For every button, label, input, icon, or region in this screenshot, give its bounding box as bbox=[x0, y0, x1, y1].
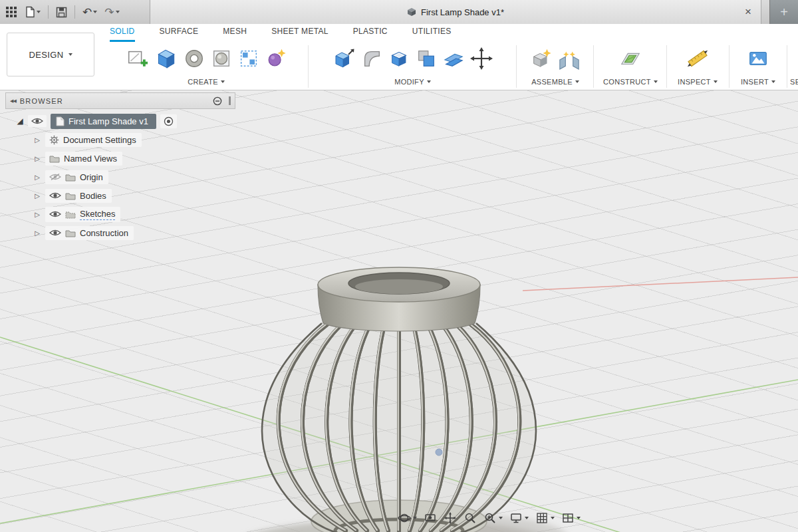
combine-button[interactable] bbox=[415, 47, 438, 72]
revolve-button[interactable] bbox=[183, 47, 205, 72]
group-label-create[interactable]: CREATE bbox=[188, 76, 225, 88]
minimize-panel-icon[interactable] bbox=[213, 96, 222, 106]
expand-arrow-icon[interactable]: ▷ bbox=[33, 192, 41, 200]
tab-plastic[interactable]: PLASTIC bbox=[353, 27, 388, 42]
tab-surface[interactable]: SURFACE bbox=[160, 27, 199, 42]
tab-solid[interactable]: SOLID bbox=[110, 27, 135, 42]
new-component-icon bbox=[530, 47, 553, 70]
browser-item-construction[interactable]: ▷ Construction bbox=[5, 223, 235, 242]
document-title: First Lamp Shade v1* bbox=[421, 7, 504, 17]
grid-snaps-button[interactable] bbox=[535, 511, 555, 525]
expand-arrow-icon[interactable]: ◢ bbox=[16, 116, 24, 126]
visibility-toggle[interactable] bbox=[28, 115, 47, 127]
lamp-shade-model bbox=[239, 259, 612, 532]
divider bbox=[308, 45, 309, 88]
save-button[interactable] bbox=[56, 7, 67, 18]
activate-component-radio[interactable] bbox=[160, 114, 177, 128]
pan-button[interactable] bbox=[444, 511, 457, 525]
root-component[interactable]: First Lamp Shade v1 bbox=[51, 114, 156, 129]
new-tab-button[interactable]: + bbox=[769, 0, 798, 24]
root-component-label: First Lamp Shade v1 bbox=[68, 116, 148, 126]
chevron-down-icon bbox=[714, 80, 718, 83]
expand-arrow-icon[interactable]: ▷ bbox=[33, 211, 41, 218]
group-label-inspect[interactable]: INSPECT bbox=[678, 76, 718, 88]
expand-arrow-icon[interactable]: ▷ bbox=[33, 136, 41, 144]
pan-icon bbox=[444, 511, 457, 525]
eye-icon[interactable] bbox=[49, 229, 61, 237]
close-tab-button[interactable]: × bbox=[743, 5, 753, 19]
eye-hidden-icon[interactable] bbox=[49, 173, 61, 181]
grid-icon bbox=[535, 511, 549, 525]
zoom-button[interactable] bbox=[464, 511, 477, 525]
redo-button[interactable]: ↷ bbox=[104, 7, 119, 18]
measure-button[interactable] bbox=[686, 47, 710, 72]
fusion-window: ↶ ↷ First Lamp Shade v1* × + DESIGN SOLI… bbox=[0, 0, 798, 532]
sketch-folder-icon bbox=[65, 210, 76, 219]
browser-item-origin[interactable]: ▷ Origin bbox=[5, 168, 235, 186]
chevron-down-icon bbox=[68, 53, 72, 56]
joint-button[interactable] bbox=[557, 47, 581, 72]
browser-header[interactable]: ◀◀ BROWSER bbox=[5, 92, 235, 109]
collapse-panel-icon[interactable]: ◀◀ bbox=[10, 98, 16, 104]
group-label-insert[interactable]: INSERT bbox=[741, 76, 775, 88]
new-component-button[interactable] bbox=[530, 47, 553, 72]
folder-icon bbox=[65, 173, 76, 182]
tab-mesh[interactable]: MESH bbox=[223, 27, 247, 42]
app-menu-button[interactable] bbox=[5, 6, 17, 18]
eye-icon[interactable] bbox=[49, 192, 61, 200]
origin-point bbox=[436, 449, 442, 456]
browser-item-document-settings[interactable]: ▷ Document Settings bbox=[5, 130, 235, 149]
move-copy-button[interactable] bbox=[469, 47, 493, 72]
app-grid-icon bbox=[5, 6, 17, 18]
display-settings-button[interactable] bbox=[509, 511, 529, 525]
sweep-button[interactable] bbox=[210, 47, 233, 72]
look-at-button[interactable] bbox=[424, 511, 437, 525]
collar bbox=[318, 285, 480, 331]
expand-arrow-icon[interactable]: ▷ bbox=[33, 174, 41, 181]
gear-icon bbox=[49, 135, 59, 145]
divider bbox=[729, 45, 730, 88]
pattern-button[interactable] bbox=[237, 47, 260, 72]
folder-icon bbox=[65, 229, 76, 237]
extrude-icon bbox=[153, 46, 178, 71]
expand-arrow-icon[interactable]: ▷ bbox=[33, 229, 41, 237]
insert-canvas-button[interactable] bbox=[746, 47, 770, 72]
viewports-button[interactable] bbox=[561, 511, 581, 525]
browser-item-sketches[interactable]: ▷ Sketches bbox=[5, 205, 235, 223]
chevron-down-icon bbox=[413, 517, 417, 519]
chevron-down-icon bbox=[654, 80, 658, 83]
press-pull-button[interactable] bbox=[332, 47, 356, 72]
zoom-window-button[interactable] bbox=[483, 511, 503, 525]
tab-utilities[interactable]: UTILITIES bbox=[412, 27, 452, 42]
item-label: Document Settings bbox=[63, 135, 136, 145]
coil-button[interactable] bbox=[265, 47, 287, 72]
extrude-button[interactable] bbox=[153, 46, 178, 73]
group-modify: MODIFY bbox=[311, 43, 514, 89]
chevron-down-icon bbox=[221, 80, 225, 83]
look-at-icon bbox=[424, 511, 437, 525]
construct-plane-button[interactable] bbox=[618, 47, 642, 72]
group-label-assemble[interactable]: ASSEMBLE bbox=[531, 76, 579, 88]
browser-item-named-views[interactable]: ▷ Named Views bbox=[5, 149, 235, 168]
create-sketch-button[interactable] bbox=[126, 47, 148, 72]
panel-grip[interactable] bbox=[229, 96, 231, 105]
document-tab[interactable]: First Lamp Shade v1* × bbox=[150, 0, 761, 24]
orbit-button[interactable] bbox=[398, 511, 417, 525]
move-icon bbox=[469, 47, 493, 70]
group-label-select[interactable]: SELECT bbox=[790, 76, 798, 88]
document-icon bbox=[56, 116, 65, 126]
fillet-button[interactable] bbox=[360, 47, 383, 72]
group-label-modify[interactable]: MODIFY bbox=[394, 76, 431, 88]
group-label-construct[interactable]: CONSTRUCT bbox=[603, 76, 658, 88]
workspace-selector[interactable]: DESIGN bbox=[7, 33, 94, 76]
split-body-button[interactable] bbox=[442, 47, 465, 72]
tab-sheet-metal[interactable]: SHEET METAL bbox=[271, 27, 329, 42]
undo-button[interactable]: ↶ bbox=[82, 7, 97, 18]
shell-button[interactable] bbox=[388, 47, 410, 72]
browser-item-root[interactable]: ◢ First Lamp Shade v1 bbox=[5, 112, 235, 130]
new-file-button[interactable] bbox=[25, 6, 41, 18]
browser-item-bodies[interactable]: ▷ Bodies bbox=[5, 186, 235, 205]
expand-arrow-icon[interactable]: ▷ bbox=[33, 155, 41, 162]
eye-icon[interactable] bbox=[49, 210, 61, 218]
folder-icon bbox=[49, 154, 60, 163]
